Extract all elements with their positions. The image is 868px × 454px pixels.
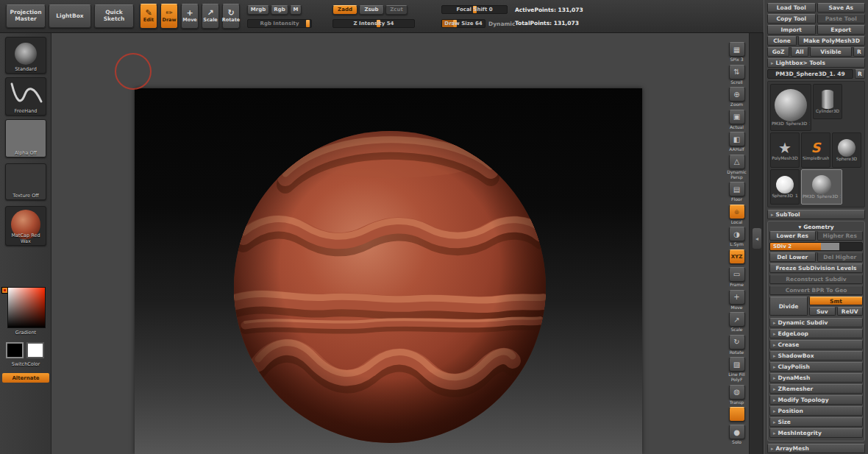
save-as-button[interactable]: Save As — [817, 3, 866, 13]
del-lower-button[interactable]: Del Lower — [769, 252, 816, 262]
shelf-button[interactable]: ↗ Scale — [729, 312, 745, 333]
shelf-button[interactable]: ◎ Local — [729, 205, 745, 225]
zbrush-document[interactable] — [135, 88, 642, 454]
copy-tool-button[interactable]: Copy Tool — [767, 14, 816, 24]
export-button[interactable]: Export — [817, 25, 866, 35]
geometry-section-bar[interactable]: ▸ Dynamic Subdiv — [769, 318, 863, 327]
subtool-section-bar[interactable]: ▸ SubTool — [767, 210, 865, 219]
import-button[interactable]: Import — [767, 25, 816, 35]
shelf-button[interactable]: ⇅ Scroll — [729, 65, 745, 85]
shelf-button[interactable]: + Move — [729, 290, 745, 311]
freeze-subdivision-button[interactable]: Freeze SubDivision Levels — [769, 263, 863, 273]
tool-thumbnail[interactable]: Cylinder3D — [813, 84, 842, 119]
material-selector[interactable]: MatCap Red Wax — [5, 206, 46, 246]
alternate-color-button[interactable]: Alternate — [2, 373, 49, 383]
zadd-button[interactable]: Zadd — [332, 5, 357, 15]
goz-visible-button[interactable]: Visible — [810, 47, 852, 57]
load-tool-button[interactable]: Load Tool — [767, 3, 816, 13]
shelf-button[interactable]: XYZ — [729, 249, 745, 265]
shelf-button[interactable]: ↻ Rotate — [729, 335, 745, 355]
shelf-button[interactable]: ▤ Floor — [729, 182, 745, 202]
sculpted-sphere[interactable] — [135, 88, 642, 454]
divide-button[interactable]: Divide — [769, 297, 808, 316]
shelf-button[interactable]: ▨ Line Fill PolyF — [725, 357, 749, 382]
brush-selector[interactable]: Standard — [5, 37, 46, 74]
tool-thumbnail-active[interactable]: PM3D_Sphere3D_1 — [770, 84, 811, 131]
zsub-button[interactable]: Zsub — [359, 5, 384, 15]
shelf-button[interactable]: ▦ SPix 3 — [729, 42, 745, 63]
stroke-selector[interactable]: FreeHand — [5, 77, 46, 116]
make-polymesh3d-button[interactable]: Make PolyMesh3D — [798, 36, 865, 46]
zcut-button[interactable]: Zcut — [385, 5, 408, 15]
sdiv-slider[interactable]: SDiv 2 — [769, 242, 863, 251]
texture-selector[interactable]: Texture Off — [5, 163, 46, 200]
geometry-section-bar[interactable]: ▸ Modify Topology — [769, 395, 863, 405]
move-button[interactable]: + Move — [181, 4, 199, 29]
geometry-section-bar[interactable]: ▸ Crease — [769, 340, 863, 350]
geometry-section-bar[interactable]: ▸ ShadowBox — [769, 351, 863, 361]
reuv-button[interactable]: ReUV — [837, 307, 864, 316]
tool-thumbnail-selected[interactable]: PM3D_Sphere3D_1 — [801, 169, 842, 205]
geometry-section-bar[interactable]: ▸ DynaMesh — [769, 373, 863, 383]
material-label: MatCap Red Wax — [6, 233, 46, 244]
reconstruct-subdiv-button[interactable]: Reconstruct Subdiv — [769, 274, 863, 284]
dynamic-toggle[interactable]: Dynamic — [488, 21, 515, 27]
mrgb-button[interactable]: Mrgb — [247, 5, 269, 15]
clone-button[interactable]: Clone — [767, 36, 797, 46]
smt-button[interactable]: Smt — [809, 297, 863, 305]
subpalette-bar[interactable]: ▸ ArrayMesh — [767, 444, 865, 453]
lower-res-button[interactable]: Lower Res — [769, 231, 816, 241]
projection-master-button[interactable]: Projection Master — [6, 4, 46, 28]
shelf-button[interactable]: ▣ Actual — [729, 110, 745, 130]
color-picker[interactable] — [7, 287, 46, 328]
geometry-section-bar[interactable]: ▸ Size — [769, 417, 863, 427]
main-color-swatch[interactable] — [6, 342, 24, 358]
draw-button[interactable]: ✏ Draw — [160, 4, 178, 29]
lightbox-button[interactable]: LightBox — [49, 4, 91, 28]
goz-all-button[interactable]: All — [791, 47, 808, 57]
del-higher-button[interactable]: Del Higher — [817, 252, 864, 262]
geometry-section-bar[interactable]: ▸ ClayPolish — [769, 362, 863, 372]
m-button[interactable]: M — [290, 5, 302, 15]
tool-thumbnail[interactable]: ★ PolyMesh3D — [770, 132, 800, 168]
rgb-button[interactable]: Rgb — [271, 5, 288, 15]
shelf-button[interactable]: ◑ L.Sym — [729, 227, 745, 247]
tool-thumbnail[interactable]: Sphere3D — [832, 132, 861, 168]
shelf-button[interactable]: △ Dynamic Persp — [725, 155, 749, 180]
tool-thumbnail[interactable]: S SimpleBrush — [801, 132, 830, 168]
draw-size-slider[interactable]: Draw Size 64 — [441, 19, 485, 28]
edit-button[interactable]: ✎ Edit — [140, 4, 157, 29]
convert-bpr-button[interactable]: Convert BPR To Geo — [769, 285, 863, 295]
geometry-section-bar[interactable]: ▸ ZRemesher — [769, 384, 863, 394]
star-tool-icon: ★ — [778, 140, 791, 156]
slider-handle[interactable] — [306, 20, 310, 27]
shelf-button[interactable]: ▭ Frame — [729, 267, 745, 288]
higher-res-button[interactable]: Higher Res — [817, 231, 864, 241]
shelf-button[interactable]: ⊕ Zoom — [729, 87, 745, 107]
geometry-section-bar[interactable]: ▸ MeshIntegrity — [769, 428, 863, 438]
focal-shift-slider[interactable]: Focal Shift 0 — [441, 5, 508, 14]
shelf-button[interactable]: ◧ AAHalf — [729, 132, 745, 152]
geometry-section-bar[interactable]: ▸ Position — [769, 406, 863, 416]
alpha-selector[interactable]: Alpha Off — [5, 119, 46, 157]
divider-drag-handle[interactable]: ◂ — [753, 228, 761, 249]
scale-button[interactable]: ↗ Scale — [202, 4, 219, 29]
shelf-button[interactable]: ◍ Transp — [729, 385, 745, 405]
paste-tool-button[interactable]: Paste Tool — [817, 14, 866, 24]
z-intensity-slider[interactable]: Z Intensity 54 — [332, 19, 415, 28]
goz-button[interactable]: GoZ — [767, 47, 789, 57]
geometry-section-bar[interactable]: ▾ Geometry — [769, 223, 863, 231]
tool-thumbnail[interactable]: Sphere3D_1 — [770, 169, 800, 205]
rgb-intensity-slider[interactable]: Rgb Intensity — [247, 19, 312, 28]
suv-button[interactable]: Suv — [809, 307, 836, 316]
canvas-viewport[interactable] — [51, 33, 725, 454]
shelf-button[interactable]: ● Solo — [729, 425, 745, 445]
lightbox-tools-bar[interactable]: ▸ Lightbox> Tools — [767, 58, 865, 68]
tool-r-button[interactable]: R — [855, 69, 865, 79]
rotate-button[interactable]: ↻ Rotate — [222, 4, 240, 29]
geometry-section-bar[interactable]: ▸ EdgeLoop — [769, 329, 863, 338]
secondary-color-swatch[interactable] — [26, 342, 44, 358]
quick-sketch-button[interactable]: Quick Sketch — [94, 4, 134, 28]
shelf-button[interactable] — [729, 407, 745, 422]
goz-r-button[interactable]: R — [853, 47, 865, 57]
